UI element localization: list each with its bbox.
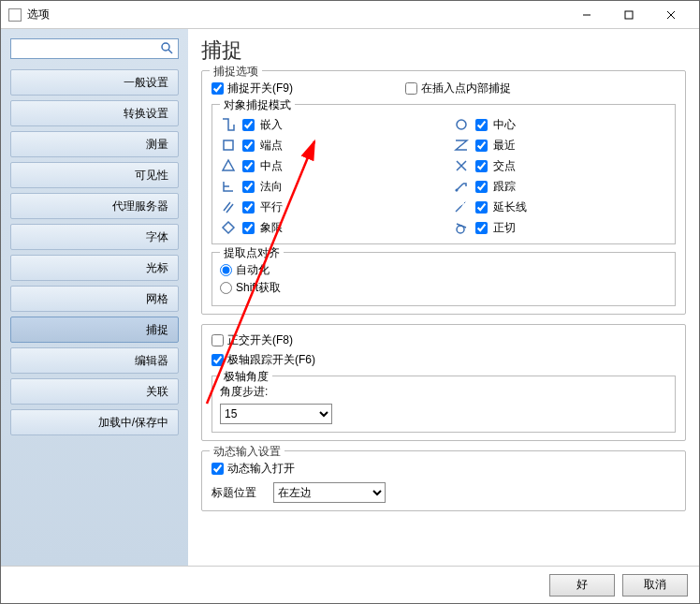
dyn-enable-checkbox[interactable]: 动态输入打开 [211, 461, 676, 477]
close-button[interactable] [649, 2, 692, 28]
snap-mode-intersect[interactable]: 交点 [453, 157, 667, 174]
snap-options-group: 捕捉选项 捕捉开关(F9) 在插入点内部捕捉 对象捕捉模式 嵌入中心端点最近中点… [201, 70, 686, 315]
snap-mode-track[interactable]: 跟踪 [453, 178, 667, 195]
center-icon [453, 116, 470, 133]
sidebar-item-2[interactable]: 测量 [10, 131, 179, 157]
insert-icon [220, 116, 237, 133]
snap-mode-endpoint[interactable]: 端点 [220, 137, 434, 154]
normal-icon [220, 178, 237, 195]
main-panel: 捕捉 捕捉选项 捕捉开关(F9) 在插入点内部捕捉 对象捕捉模式 嵌入中心端点最… [188, 29, 699, 566]
polar-angle-group: 极轴角度 角度步进: 15 [211, 376, 676, 433]
snap-mode-parallel[interactable]: 平行 [220, 199, 434, 215]
tangent-icon [453, 219, 470, 236]
cancel-button[interactable]: 取消 [622, 574, 688, 597]
nearest-icon [453, 137, 470, 154]
sidebar-item-0[interactable]: 一般设置 [10, 69, 179, 96]
sidebar-item-7[interactable]: 网格 [10, 286, 179, 312]
snap-mode-quadrant[interactable]: 象限 [220, 219, 434, 236]
svg-point-9 [456, 189, 459, 192]
svg-point-7 [457, 120, 466, 129]
extension-icon [453, 199, 470, 215]
sidebar: 一般设置转换设置测量可见性代理服务器字体光标网格捕捉编辑器关联加载中/保存中 [1, 29, 188, 566]
midpoint-icon [220, 157, 237, 174]
footer: 好 取消 [1, 566, 699, 603]
snap-mode-center[interactable]: 中心 [453, 116, 667, 133]
sidebar-item-6[interactable]: 光标 [10, 255, 179, 281]
intersect-icon [453, 157, 470, 174]
window-title: 选项 [27, 7, 565, 22]
parallel-icon [220, 199, 237, 215]
pick-shift-radio[interactable]: Shift获取 [220, 280, 667, 296]
titlebar: 选项 [1, 1, 699, 29]
group-title: 对象捕捉模式 [220, 97, 295, 113]
search-icon [160, 41, 175, 56]
quadrant-icon [220, 219, 237, 236]
angle-step-label: 角度步进: [220, 384, 268, 400]
page-title: 捕捉 [201, 37, 686, 65]
sidebar-item-8[interactable]: 捕捉 [10, 317, 179, 343]
app-icon [8, 8, 22, 22]
snap-mode-nearest[interactable]: 最近 [453, 137, 667, 154]
sidebar-item-11[interactable]: 加载中/保存中 [10, 409, 179, 435]
ortho-polar-group: 正交开关(F8) 极轴跟踪开关(F6) 极轴角度 角度步进: 15 [201, 324, 686, 441]
minimize-button[interactable] [565, 2, 607, 28]
polar-checkbox[interactable]: 极轴跟踪开关(F6) [211, 352, 676, 368]
title-pos-select[interactable]: 在左边 [273, 482, 386, 503]
svg-rect-8 [224, 140, 233, 150]
group-title: 极轴角度 [220, 369, 272, 385]
search-input[interactable] [10, 38, 179, 59]
ok-button[interactable]: 好 [549, 574, 615, 597]
sidebar-item-9[interactable]: 编辑器 [10, 347, 179, 374]
group-title: 捕捉选项 [210, 64, 262, 80]
endpoint-icon [220, 137, 237, 154]
angle-step-select[interactable]: 15 [220, 404, 332, 424]
title-pos-label: 标题位置 [211, 485, 268, 501]
snap-toggle-checkbox[interactable]: 捕捉开关(F9) [211, 81, 293, 96]
snap-mode-insert[interactable]: 嵌入 [220, 116, 434, 133]
svg-rect-1 [625, 11, 633, 19]
dyn-input-group: 动态输入设置 动态输入打开 标题位置 在左边 [201, 450, 686, 511]
svg-line-5 [168, 50, 172, 53]
pick-align-group: 提取点对齐 自动化 Shift获取 [211, 252, 676, 306]
sidebar-item-1[interactable]: 转换设置 [10, 100, 179, 126]
snap-modes-group: 对象捕捉模式 嵌入中心端点最近中点交点法向跟踪平行延长线象限正切 [211, 104, 676, 244]
sidebar-item-3[interactable]: 可见性 [10, 162, 179, 188]
sidebar-item-4[interactable]: 代理服务器 [10, 193, 179, 219]
maximize-button[interactable] [607, 2, 649, 28]
group-title: 动态输入设置 [210, 444, 284, 460]
snap-mode-normal[interactable]: 法向 [220, 178, 434, 195]
svg-point-4 [162, 43, 169, 51]
snap-mode-tangent[interactable]: 正切 [453, 219, 667, 236]
sidebar-item-5[interactable]: 字体 [10, 224, 179, 250]
pick-auto-radio[interactable]: 自动化 [220, 262, 667, 278]
ortho-checkbox[interactable]: 正交开关(F8) [211, 332, 676, 348]
group-title: 提取点对齐 [220, 245, 284, 261]
insert-inside-checkbox[interactable]: 在插入点内部捕捉 [405, 81, 511, 96]
snap-mode-midpoint[interactable]: 中点 [220, 157, 434, 174]
track-icon [453, 178, 470, 195]
sidebar-item-10[interactable]: 关联 [10, 378, 179, 405]
snap-mode-extension[interactable]: 延长线 [453, 199, 667, 215]
